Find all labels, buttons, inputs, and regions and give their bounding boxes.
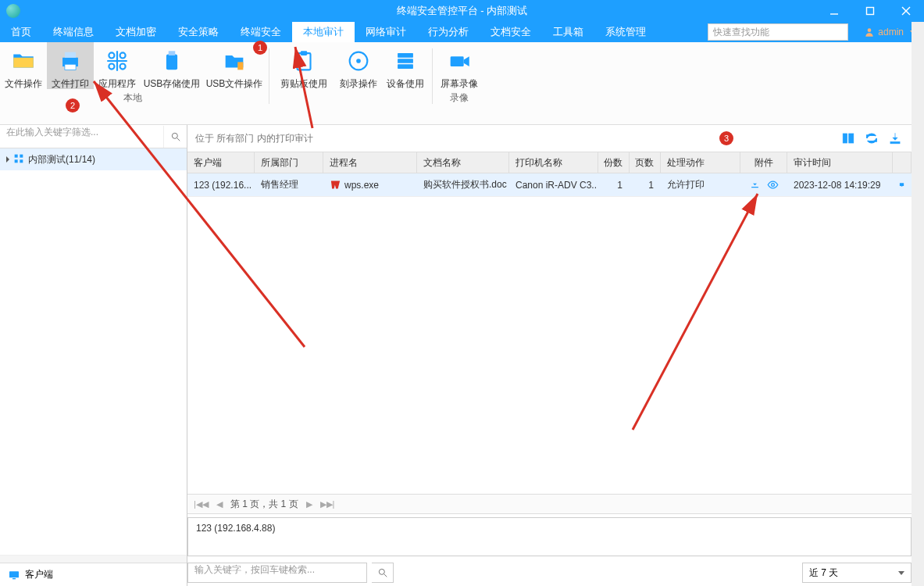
col-attach[interactable]: 附件: [740, 152, 787, 173]
main-panel: 位于 所有部门 内的打印审计 3 客户端 所属部门 进程名 文档名称 打印机名称…: [187, 125, 912, 586]
user-label: admin: [878, 27, 904, 38]
svg-rect-26: [20, 154, 23, 157]
col-doc[interactable]: 文档名称: [417, 152, 509, 173]
pager-last[interactable]: ▶▶|: [320, 499, 335, 509]
global-search-input[interactable]: 快速查找功能: [708, 23, 848, 41]
org-tree[interactable]: 内部测试(11/14): [0, 148, 187, 555]
pager-prev[interactable]: ◀: [216, 499, 223, 509]
columns-button[interactable]: [840, 130, 857, 147]
ribbon-group-record-label: 录像: [436, 89, 483, 106]
keyword-search-button[interactable]: [372, 563, 394, 583]
tree-filter-search-button[interactable]: [163, 126, 187, 148]
time-range-select[interactable]: 近 7 天: [802, 563, 912, 583]
pager-text: 第 1 页，共 1 页: [230, 498, 298, 511]
tree-root-item[interactable]: 内部测试(11/14): [0, 148, 187, 170]
keyword-input[interactable]: 输入关键字，按回车键检索...: [187, 563, 367, 583]
pager-next[interactable]: ▶: [306, 499, 312, 509]
ribbon-apps[interactable]: 应用程序: [94, 42, 141, 89]
ribbon-file-ops[interactable]: 文件操作: [0, 42, 47, 89]
menu-item-terminal-security[interactable]: 终端安全: [230, 22, 292, 42]
right-scrollbar-area[interactable]: [912, 22, 924, 586]
svg-rect-27: [15, 159, 18, 163]
folder-icon: [2, 47, 45, 75]
menu-item-system-manage[interactable]: 系统管理: [594, 22, 657, 42]
ribbon-screen-record[interactable]: 屏幕录像: [436, 42, 483, 89]
menu-item-local-audit[interactable]: 本地审计: [292, 22, 355, 42]
svg-point-35: [771, 184, 774, 187]
tree-filter-input[interactable]: 在此输入关键字筛选...: [0, 126, 163, 148]
ribbon-file-print[interactable]: 文件打印: [47, 42, 94, 89]
arrow-right-icon: [6, 156, 9, 163]
col-time[interactable]: 审计时间: [787, 152, 893, 173]
export-button[interactable]: [887, 130, 904, 147]
svg-point-18: [356, 59, 361, 63]
col-proc[interactable]: 进程名: [323, 152, 417, 173]
tree-root-label: 内部测试(11/14): [28, 153, 95, 166]
table-body[interactable]: 123 (192.16... 销售经理 wps.exe 购买软件授权书.doc …: [187, 173, 912, 494]
menu-item-behavior-analysis[interactable]: 行为分析: [417, 22, 480, 42]
minimize-button[interactable]: [816, 0, 852, 22]
col-pages[interactable]: 页数: [630, 152, 661, 173]
cell-doc: 购买软件授权书.doc: [417, 173, 509, 196]
refresh-button[interactable]: [863, 130, 880, 147]
clipboard-icon: [274, 47, 334, 75]
keyword-bar: 输入关键字，按回车键检索... 近 7 天: [187, 559, 912, 586]
svg-rect-14: [237, 62, 243, 70]
cell-client: 123 (192.16...: [187, 173, 255, 196]
left-bottom-clients[interactable]: 客户端: [0, 563, 187, 586]
cell-monitor[interactable]: [893, 173, 912, 196]
svg-rect-29: [9, 571, 19, 577]
ribbon-clipboard[interactable]: 剪贴板使用: [273, 42, 335, 89]
svg-point-11: [120, 64, 126, 70]
badge-1: 1: [253, 41, 267, 55]
range-label: 近 7 天: [809, 566, 838, 580]
cell-dept: 销售经理: [255, 173, 323, 196]
cell-time: 2023-12-08 14:19:29: [787, 173, 893, 196]
eye-icon[interactable]: [767, 179, 779, 191]
svg-rect-7: [65, 64, 76, 70]
window-title: 终端安全管控平台 - 内部测试: [397, 4, 528, 18]
detail-text: 123 (192.168.4.88): [196, 523, 275, 534]
menu-bar: 首页 终端信息 文档加密 安全策略 终端安全 本地审计 网络审计 行为分析 文档…: [0, 22, 924, 42]
col-printer[interactable]: 打印机名称: [509, 152, 598, 173]
menu-item-doc-security[interactable]: 文档安全: [480, 22, 542, 42]
pager: |◀◀ ◀ 第 1 页，共 1 页 ▶ ▶▶|: [187, 494, 912, 514]
svg-rect-19: [398, 53, 413, 58]
menu-item-toolbox[interactable]: 工具箱: [542, 22, 594, 42]
svg-rect-30: [12, 578, 16, 579]
pager-first[interactable]: |◀◀: [194, 499, 209, 509]
ribbon-usb-storage[interactable]: USB存储使用: [141, 42, 203, 89]
col-copies[interactable]: 份数: [598, 152, 630, 173]
server-icon: [384, 47, 427, 75]
menu-item-terminal-info[interactable]: 终端信息: [42, 22, 105, 42]
svg-rect-15: [298, 53, 311, 70]
svg-rect-37: [901, 186, 903, 187]
svg-point-38: [379, 569, 384, 574]
menu-item-network-audit[interactable]: 网络审计: [355, 22, 417, 42]
svg-rect-31: [843, 134, 847, 143]
left-bottom-label: 客户端: [25, 568, 53, 581]
svg-rect-36: [900, 183, 904, 186]
chevron-down-icon: [898, 571, 904, 575]
close-button[interactable]: [888, 0, 924, 22]
download-icon[interactable]: [749, 179, 761, 191]
table-row[interactable]: 123 (192.16... 销售经理 wps.exe 购买软件授权书.doc …: [187, 173, 912, 197]
svg-point-10: [109, 64, 114, 70]
svg-rect-20: [398, 59, 413, 63]
ribbon-burn[interactable]: 刻录操作: [335, 42, 382, 89]
menu-item-security-policy[interactable]: 安全策略: [167, 22, 230, 42]
menu-item-doc-encrypt[interactable]: 文档加密: [105, 22, 167, 42]
menu-item-home[interactable]: 首页: [0, 22, 42, 42]
ribbon-device[interactable]: 设备使用: [382, 42, 429, 89]
svg-line-39: [384, 574, 387, 577]
ribbon-usb-file-ops[interactable]: USB文件操作 1: [203, 42, 266, 89]
maximize-button[interactable]: [852, 0, 888, 22]
col-client[interactable]: 客户端: [187, 152, 255, 173]
svg-point-23: [172, 133, 177, 138]
svg-point-9: [120, 52, 126, 58]
usb-icon: [142, 47, 202, 75]
col-dept[interactable]: 所属部门: [255, 152, 323, 173]
col-action[interactable]: 处理动作: [661, 152, 740, 173]
cell-copies: 1: [598, 173, 630, 196]
camera-icon: [437, 47, 481, 75]
